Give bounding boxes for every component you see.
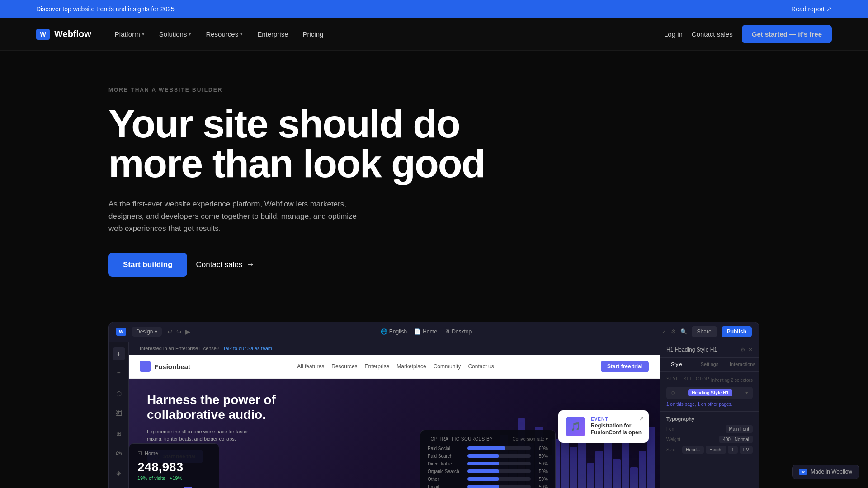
event-content: EVENT Registration for FusionConf is ope… <box>591 417 642 436</box>
redo-icon[interactable]: ↪ <box>176 328 182 335</box>
toolbar-left: W Design ▾ ↩ ↪ ▶ <box>116 327 190 337</box>
style-selector[interactable]: ⬡ Heading Style H1 ▾ <box>666 387 753 399</box>
tab-settings[interactable]: Settings <box>693 358 726 371</box>
hero-title: Your site should do more than look good <box>108 104 506 183</box>
tab-interactions[interactable]: Interactions <box>726 358 759 371</box>
site-preview: Interested in an Enterprise License? Tal… <box>129 342 660 488</box>
analytics-overlay: ⊡ Home 248,983 19% of visits +19% <box>129 443 219 488</box>
sidebar-assets-icon[interactable]: 🖼 <box>113 407 125 420</box>
nav-right: Log in Contact sales Get started — it's … <box>664 25 832 43</box>
sidebar-add-icon[interactable]: + <box>113 347 125 360</box>
toolbar-viewport[interactable]: 🖥 Desktop <box>444 328 472 335</box>
announce-cta[interactable]: Read report ↗ <box>791 5 832 13</box>
traffic-header: Top Traffic sources by Conversion rate ▾ <box>428 436 548 441</box>
size-row: Size Head... Height 1 EV <box>666 446 753 454</box>
site-hero-sub: Experience the all-in-one workspace for … <box>147 428 264 443</box>
home-icon: ⊡ <box>137 450 142 456</box>
chevron-down-icon: ▾ <box>546 436 548 441</box>
traffic-filter[interactable]: Conversion rate ▾ <box>512 436 548 441</box>
traffic-row: Email 50% <box>428 484 548 488</box>
heading-style-badge: Heading Style H1 <box>688 389 732 396</box>
nav-link-enterprise[interactable]: Enterprise <box>252 27 293 42</box>
panel-header: H1 Heading Style H1 ⚙ ✕ <box>660 342 759 358</box>
unit-value: EV <box>740 446 753 454</box>
sidebar-components-icon[interactable]: ⬡ <box>113 387 125 400</box>
nav-login[interactable]: Log in <box>664 30 683 38</box>
sidebar-layers-icon[interactable]: ≡ <box>113 367 125 380</box>
event-popup: 🎵 EVENT Registration for FusionConf is o… <box>558 410 649 443</box>
sidebar-cms-icon[interactable]: ⊞ <box>113 427 125 440</box>
panel-tabs: Style Settings Interactions <box>660 358 759 372</box>
page-icon: 📄 <box>414 328 421 335</box>
nav-link-solutions[interactable]: Solutions ▾ <box>154 27 197 42</box>
inherit-info: Inheriting 2 selectors <box>711 378 753 383</box>
enterprise-bar-text: Interested in an Enterprise License? <box>140 346 219 351</box>
size-value[interactable]: Head... <box>682 446 704 454</box>
editor-panel-right: H1 Heading Style H1 ⚙ ✕ Style Settings I… <box>660 342 759 488</box>
traffic-title: Top Traffic sources by <box>428 436 493 441</box>
announcement-bar: Discover top website trends and insights… <box>0 0 868 18</box>
hero-cta-primary[interactable]: Start building <box>108 253 187 277</box>
enterprise-bar-link[interactable]: Talk to our Sales team. <box>223 346 274 351</box>
logo[interactable]: W Webflow <box>36 29 91 40</box>
event-icon: 🎵 <box>566 417 585 436</box>
chevron-down-icon: ▾ <box>745 390 748 396</box>
settings-icon[interactable]: ⚙ <box>671 328 676 335</box>
typography-section: Typography Font Main Font Weight 400 - N… <box>660 412 759 461</box>
editor-sidebar-left: + ≡ ⬡ 🖼 ⊞ 🛍 ◈ ⊕ <box>109 342 129 488</box>
site-nav: Fusionbeat All features Resources Enterp… <box>129 355 660 379</box>
site-nav-links: All features Resources Enterprise Market… <box>297 363 494 370</box>
toolbar-language[interactable]: 🌐 English <box>381 328 407 335</box>
analytics-value: 248,983 <box>137 460 211 474</box>
hero-section: MORE THAN A WEBSITE BUILDER Your site sh… <box>0 51 868 304</box>
font-row: Font Main Font <box>666 425 753 433</box>
style-selector-label: Style selector <box>666 376 709 381</box>
weight-value[interactable]: 400 - Normal <box>719 436 753 443</box>
undo-icon[interactable]: ↩ <box>167 328 173 335</box>
nav-contact-sales[interactable]: Contact sales <box>692 30 733 38</box>
height-value: 1 <box>728 446 738 454</box>
nav-left: W Webflow Platform ▾ Solutions ▾ Resourc… <box>36 27 329 42</box>
analytics-header: ⊡ Home <box>137 450 211 456</box>
analytics-percent: 19% of visits +19% <box>137 475 211 481</box>
analytics-title: Home <box>145 450 158 456</box>
toolbar-mode-tab[interactable]: Design ▾ <box>132 327 162 337</box>
globe-icon: 🌐 <box>381 328 387 335</box>
site-enterprise-bar: Interested in an Enterprise License? Tal… <box>129 342 660 355</box>
traffic-row: Paid Social 60% <box>428 446 548 451</box>
traffic-row: Other 50% <box>428 477 548 482</box>
made-with-webflow-badge[interactable]: W Made in Webflow <box>792 465 859 479</box>
chevron-down-icon: ▾ <box>240 31 243 37</box>
font-value[interactable]: Main Font <box>726 425 753 433</box>
settings-icon[interactable]: ⚙ <box>741 347 745 353</box>
check-icon: ✓ <box>662 328 666 335</box>
site-nav-cta[interactable]: Start free trial <box>601 361 649 372</box>
toolbar-page[interactable]: 📄 Home <box>414 328 437 335</box>
nav-link-pricing[interactable]: Pricing <box>297 27 329 42</box>
close-icon[interactable]: ✕ <box>748 347 753 353</box>
sidebar-integrations-icon[interactable]: ⊕ <box>113 487 125 488</box>
publish-button[interactable]: Publish <box>722 326 752 337</box>
preview-icon[interactable]: ▶ <box>185 328 190 335</box>
typography-title: Typography <box>666 416 753 422</box>
hero-cta-secondary[interactable]: Contact sales → <box>196 260 255 269</box>
tab-style[interactable]: Style <box>660 358 693 371</box>
nav-link-resources[interactable]: Resources ▾ <box>200 27 248 42</box>
external-link-icon: ↗ <box>639 415 644 422</box>
chevron-down-icon: ▾ <box>155 328 157 335</box>
inherit-pages-info: 1 on this page, 1 on other pages. <box>666 402 753 407</box>
search-icon[interactable]: 🔍 <box>680 328 687 335</box>
sidebar-ecommerce-icon[interactable]: 🛍 <box>113 447 125 460</box>
traffic-row: Direct traffic 50% <box>428 461 548 466</box>
site-logo: Fusionbeat <box>140 361 190 372</box>
announce-text: Discover top website trends and insights… <box>36 5 175 13</box>
chevron-down-icon: ▾ <box>189 31 191 37</box>
share-button[interactable]: Share <box>692 326 717 337</box>
nav-cta-button[interactable]: Get started — it's free <box>742 25 832 43</box>
logo-icon: W <box>36 29 50 40</box>
panel-heading-title: H1 Heading Style H1 <box>666 347 717 353</box>
toolbar-logo: W <box>116 328 126 336</box>
sidebar-logic-icon[interactable]: ◈ <box>113 467 125 479</box>
nav-link-platform[interactable]: Platform ▾ <box>109 27 150 42</box>
editor-chrome: W Design ▾ ↩ ↪ ▶ 🌐 English 📄 <box>109 322 759 488</box>
